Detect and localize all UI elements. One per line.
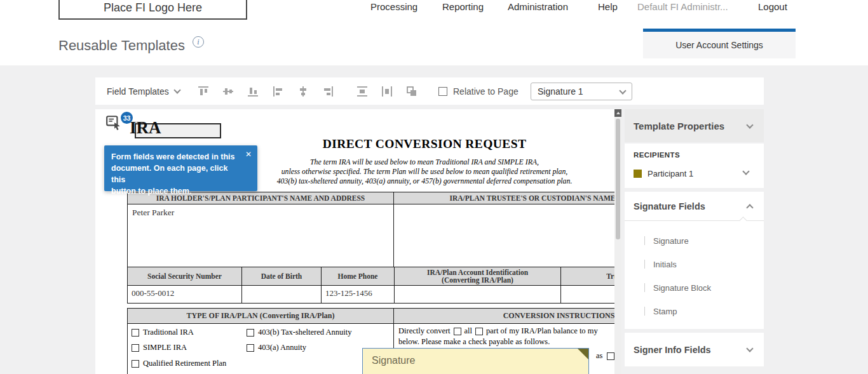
chevron-down-icon (746, 121, 753, 128)
account-header-line2: (Converting IRA/Plan) (395, 276, 560, 284)
checkbox-icon (132, 344, 139, 352)
field-type-label: Stamp (653, 307, 677, 316)
checkbox-icon (132, 329, 139, 337)
checkbox-label: 403(b) Tax-sheltered Annuity (258, 328, 351, 337)
ssn-header-cell: Social Security Number (127, 267, 242, 286)
signature-fields-header[interactable]: Signature Fields (625, 192, 764, 221)
align-top-icon[interactable] (197, 85, 210, 98)
nav-item-reporting[interactable]: Reporting (442, 1, 484, 12)
nav-item-logout[interactable]: Logout (758, 1, 787, 12)
nav-item-current-user[interactable]: Default FI Administr... (637, 1, 728, 12)
detection-tooltip: Form fields were detected in this docume… (104, 145, 257, 191)
conversion-section-header: CONVERSION INSTRUCTIONS (393, 308, 614, 324)
tooltip-line: button to place them. (111, 185, 241, 197)
type-section-header: TYPE OF IRA/PLAN (Converting IRA/Plan) (127, 308, 394, 324)
drag-handle-icon (644, 307, 645, 316)
signature-fields-card: Signature Fields Signature Initials Sign… (625, 192, 764, 329)
dob-value-cell (241, 285, 322, 304)
field-type-signature[interactable]: Signature (625, 230, 764, 251)
relative-to-page-checkbox[interactable] (438, 87, 447, 96)
distribute-vertical-icon[interactable] (356, 85, 369, 98)
nav-item-administration[interactable]: Administration (508, 1, 568, 12)
match-size-icon[interactable] (405, 85, 418, 98)
field-templates-label: Field Templates (107, 86, 169, 97)
doc-checkbox-row: Qualified Retirement Plan (132, 359, 226, 368)
trust-value-cell (560, 285, 614, 304)
phone-value-cell: 123-125-1456 (321, 285, 395, 304)
align-right-icon[interactable] (322, 85, 334, 98)
nav-item-processing[interactable]: Processing (370, 1, 417, 12)
conversion-text-line1: Directly convert all part of my IRA/Plan… (398, 326, 598, 336)
ssn-value: 000-55-0012 (132, 288, 174, 298)
recipients-card: RECIPIENTS Participant 1 (625, 144, 764, 188)
close-icon[interactable]: ✕ (245, 150, 252, 159)
document-scrollbar[interactable] (614, 109, 621, 374)
fi-logo-box: Place FI Logo Here (58, 0, 247, 20)
scroll-up-button[interactable] (614, 109, 621, 117)
distribute-horizontal-icon[interactable] (381, 85, 393, 98)
field-type-label: Signature Block (653, 283, 711, 293)
account-value-cell (394, 285, 561, 304)
checkbox-label: Qualified Retirement Plan (143, 359, 226, 368)
drag-handle-icon (644, 283, 645, 292)
ira-logo-text: IRA (130, 118, 161, 138)
detected-fields-badge: 33 (121, 112, 133, 124)
as-row: as (596, 351, 614, 361)
holder-name: Peter Parker (132, 208, 174, 217)
doc-checkbox-row: 403(a) Annuity (247, 343, 306, 352)
info-icon[interactable]: i (193, 36, 204, 48)
signature-field[interactable]: Signature (362, 348, 589, 374)
tooltip-line: document. On each page, click this (111, 163, 241, 185)
field-type-stamp[interactable]: Stamp (625, 300, 764, 322)
checkbox-label: Traditional IRA (143, 328, 194, 337)
template-properties-label: Template Properties (634, 121, 724, 131)
phone-value: 123-125-1456 (325, 288, 372, 298)
account-header-cell: IRA/Plan Account Identification (Convert… (394, 267, 561, 286)
conversion-text-line2: below. Please make a check payable as fo… (398, 337, 550, 347)
arrow-up-icon (616, 112, 620, 114)
chevron-down-icon (173, 86, 180, 93)
panel-notch (739, 217, 747, 225)
holder-name-cell: Peter Parker (127, 204, 394, 267)
convert-part-label: part of my IRA/Plan balance to my (486, 326, 598, 336)
field-type-signature-block[interactable]: Signature Block (625, 277, 764, 298)
checkbox-label: SIMPLE IRA (143, 343, 187, 352)
checkbox-icon (132, 360, 139, 368)
field-type-label: Signature (653, 236, 689, 246)
nav-item-help[interactable]: Help (598, 1, 618, 12)
signer-info-fields-header[interactable]: Signer Info Fields (625, 333, 764, 366)
document-page: IRA 33 Form fields were detected in this… (95, 109, 614, 374)
chevron-down-icon (746, 345, 753, 352)
field-type-initials[interactable]: Initials (625, 253, 764, 275)
tooltip-line: Form fields were detected in this (111, 151, 241, 163)
chevron-down-icon (619, 87, 626, 94)
account-header-line1: IRA/Plan Account Identification (395, 269, 560, 276)
field-corner-fold-icon (578, 349, 588, 359)
checkbox-icon (454, 328, 461, 335)
align-hcenter-icon[interactable] (297, 85, 309, 98)
drag-handle-icon (644, 236, 645, 245)
align-bottom-icon[interactable] (247, 85, 259, 98)
participant-color-swatch (634, 170, 642, 178)
align-vcenter-icon[interactable] (222, 85, 234, 98)
ssn-value-cell: 000-55-0012 (127, 285, 242, 304)
fi-logo-text: Place FI Logo Here (104, 1, 202, 15)
checkbox-icon (247, 329, 254, 337)
field-select[interactable]: Signature 1 (531, 83, 632, 100)
participant-row[interactable]: Participant 1 (625, 165, 764, 183)
account-settings-button[interactable]: User Account Settings (643, 32, 796, 58)
dob-header-cell: Date of Birth (241, 267, 322, 286)
template-properties-header[interactable]: Template Properties (625, 109, 764, 142)
scrollbar-thumb[interactable] (616, 119, 620, 239)
drag-handle-icon (644, 260, 645, 269)
field-templates-dropdown[interactable]: Field Templates (102, 77, 185, 105)
phone-header-cell: Home Phone (321, 267, 395, 286)
checkbox-icon (247, 344, 254, 352)
convert-prefix: Directly convert (398, 326, 451, 336)
as-label: as (596, 351, 602, 361)
field-toolbar: Field Templates Relative to Page Signatu… (95, 77, 764, 105)
trustee-header-cell: IRA/PLAN TRUSTEE'S OR CUSTODIAN'S NAME A… (393, 192, 614, 204)
doc-checkbox-row: SIMPLE IRA (132, 343, 187, 352)
app-root: Place FI Logo Here Processing Reporting … (0, 0, 868, 374)
align-left-icon[interactable] (272, 85, 285, 98)
